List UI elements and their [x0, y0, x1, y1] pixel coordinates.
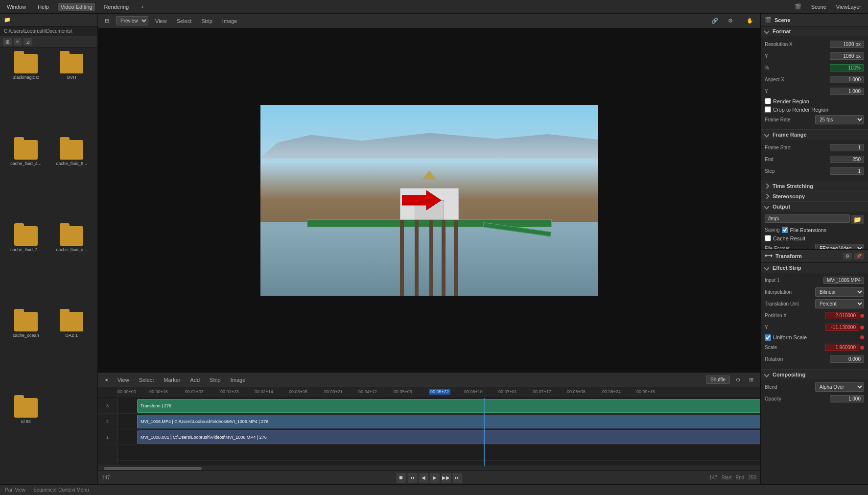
grid-view-button[interactable]: ⊞	[3, 38, 12, 46]
tl-menu-marker[interactable]: Marker	[161, 376, 183, 384]
list-item[interactable]: cache_fluid_5...	[50, 138, 94, 222]
output-browse-button[interactable]: 📁	[851, 215, 864, 224]
list-item[interactable]: cache_fluid_4...	[4, 138, 48, 222]
opacity-value[interactable]: 1.000	[830, 395, 864, 402]
stop-button[interactable]: ⏹	[396, 473, 406, 483]
file-extensions-checkbox[interactable]	[782, 227, 788, 233]
aspect-y-row: Y 1.000	[765, 86, 864, 96]
scale-row: Scale 1.960000	[765, 343, 864, 353]
play-button[interactable]: ▶	[430, 473, 440, 483]
time-stretching-header[interactable]: Time Stretching	[761, 181, 868, 191]
list-item[interactable]: cache_fluid_2...	[4, 224, 48, 308]
preview-hand-icon[interactable]: ✋	[744, 17, 756, 25]
step-back-button[interactable]: ◀	[419, 473, 428, 483]
scene-label: Scene	[808, 3, 829, 11]
frame-start-value[interactable]: 1	[830, 144, 864, 151]
clip-transform[interactable]: Transform | 276	[137, 399, 760, 413]
folder-label: BVH	[67, 75, 76, 80]
preview-menu-image[interactable]: Image	[219, 17, 240, 25]
scrollbar-thumb[interactable]	[104, 467, 202, 470]
input1-value[interactable]: MVI_1006.MP4	[823, 277, 864, 284]
clip-mvi1006[interactable]: MVI_1006.MP4 | C:\Users\Loobrush\Videos\…	[137, 415, 760, 428]
rotation-row: Rotation 0.000	[765, 354, 864, 364]
menu-help[interactable]: Help	[35, 3, 52, 11]
folder-icon-cache2	[14, 226, 38, 246]
rotation-value[interactable]: 0.000	[830, 355, 864, 363]
tl-menu-view[interactable]: View	[115, 376, 132, 384]
table-row[interactable]: MVI_1006.001 | C:\Users\Loobrush\Videos\…	[117, 429, 760, 445]
list-item[interactable]: cache_fluid_a...	[50, 224, 94, 308]
ruler-mark-7: 00:04+12	[358, 389, 377, 394]
effect-strip-label: Effect Strip	[773, 265, 801, 271]
frame-range-label: Frame Range	[773, 132, 807, 138]
timeline-tracks[interactable]: Transform | 276 MVI_1006.MP4 | C:\Users\…	[117, 398, 760, 466]
output-path-input[interactable]	[765, 214, 850, 223]
list-item[interactable]: Blackmagic D	[4, 52, 48, 136]
stereoscopy-header[interactable]: Stereoscopy	[761, 191, 868, 201]
list-item[interactable]: DAZ 1	[50, 310, 94, 394]
transform-pin-button[interactable]: 📌	[854, 253, 864, 259]
aspect-x-value[interactable]: 1.000	[830, 76, 864, 83]
tl-menu-strip[interactable]: Strip	[207, 376, 224, 384]
scale-value[interactable]: 1.960000	[825, 344, 859, 351]
ruler-mark-14: 00:08+24	[602, 389, 621, 394]
cache-result-checkbox[interactable]	[765, 235, 771, 241]
crop-render-label: Crop to Render Region	[773, 107, 828, 113]
file-browser-path: C:\Users\Loobrush\Documents\	[0, 26, 97, 36]
frame-end-value[interactable]: 250	[830, 156, 864, 163]
compositing-header[interactable]: Compositing	[761, 370, 868, 379]
render-region-checkbox[interactable]	[765, 98, 771, 104]
file-format-select[interactable]: FFmpeg Video	[815, 244, 864, 249]
preview-zoom-icon[interactable]: 🔗	[708, 17, 721, 25]
tl-menu-image[interactable]: Image	[228, 376, 249, 384]
ruler-mark-1: 00:00+16	[149, 389, 168, 394]
table-row[interactable]: MVI_1006.MP4 | C:\Users\Loobrush\Videos\…	[117, 414, 760, 429]
format-section-header[interactable]: Format	[761, 26, 868, 36]
effect-strip-header[interactable]: Effect Strip	[761, 263, 868, 273]
preview-menu-view[interactable]: View	[152, 17, 170, 25]
menu-add[interactable]: +	[138, 3, 146, 11]
position-y-value[interactable]: -11.130000	[825, 324, 859, 331]
preview-mode-select[interactable]: Preview	[116, 16, 148, 25]
menu-video-editing[interactable]: Video Editing	[58, 3, 95, 11]
preview-menu-select[interactable]: Select	[174, 17, 195, 25]
timeline-area: ◂ View Select Marker Add Strip Image Shu…	[98, 372, 760, 484]
interpolation-select[interactable]: Bilinear	[815, 287, 864, 297]
clip-mvi1006-001[interactable]: MVI_1006.001 | C:\Users\Loobrush\Videos\…	[137, 430, 760, 444]
resolution-pct-value[interactable]: 100%	[830, 64, 864, 71]
position-x-value[interactable]: -2.010000	[825, 312, 859, 319]
blend-select[interactable]: Alpha Over	[815, 382, 864, 392]
filter-button[interactable]: ⊿	[23, 38, 32, 46]
step-forward-button[interactable]: ▶▶	[441, 473, 451, 483]
output-header[interactable]: Output	[761, 202, 868, 212]
preview-menu-strip[interactable]: Strip	[198, 17, 215, 25]
crop-render-checkbox[interactable]	[765, 106, 771, 113]
tl-menu-select[interactable]: Select	[136, 376, 157, 384]
resolution-x-value[interactable]: 1920 px	[830, 41, 864, 48]
menu-rendering[interactable]: Rendering	[101, 3, 132, 11]
list-item[interactable]: BVH	[50, 52, 94, 136]
frame-range-header[interactable]: Frame Range	[761, 130, 868, 140]
timeline-scrollbar[interactable]	[98, 466, 760, 471]
list-item[interactable]: Id 83	[4, 396, 48, 480]
frame-step-label: Step	[765, 168, 775, 174]
frame-rate-select[interactable]: 25 fps	[815, 115, 864, 124]
tl-menu-add[interactable]: Add	[187, 376, 203, 384]
format-label: Format	[773, 28, 791, 34]
pan-view-label: Pan View	[5, 487, 25, 493]
aspect-y-value[interactable]: 1.000	[830, 88, 864, 95]
uniform-scale-checkbox[interactable]	[765, 334, 771, 341]
list-view-button[interactable]: ≡	[14, 38, 22, 46]
list-item[interactable]: cache_ocean	[4, 310, 48, 394]
jump-end-button[interactable]: ⏭	[452, 473, 462, 483]
frame-step-value[interactable]: 1	[830, 167, 864, 175]
jump-start-button[interactable]: ⏮	[407, 473, 417, 483]
shuffle-button[interactable]: Shuffle	[706, 376, 730, 384]
resolution-y-value[interactable]: 1080 px	[830, 52, 864, 60]
translation-unit-select[interactable]: Percent	[815, 299, 864, 308]
menu-window[interactable]: Window	[4, 3, 29, 11]
transform-title: Transform	[775, 253, 802, 259]
table-row[interactable]: Transform | 276	[117, 398, 760, 414]
transform-settings-button[interactable]: ⚙	[843, 253, 852, 259]
aspect-x-label: Aspect X	[765, 77, 784, 82]
